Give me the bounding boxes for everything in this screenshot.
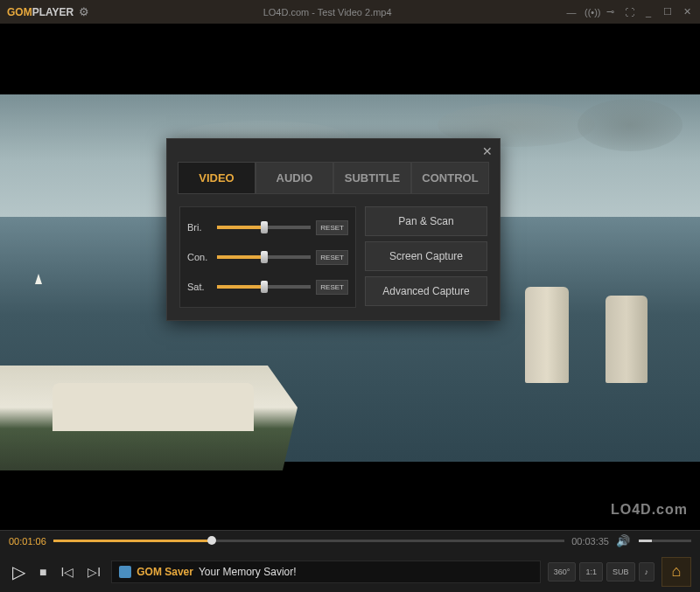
maximize-icon[interactable]: ☐ bbox=[662, 6, 674, 17]
contrast-label: Con. bbox=[187, 252, 212, 262]
seek-thumb[interactable] bbox=[207, 536, 216, 545]
signal-icon[interactable]: ((•)) bbox=[584, 7, 597, 17]
popup-body: Bri. RESET Con. RESET Sat. RESET Pan & S… bbox=[167, 194, 500, 320]
saturation-row: Sat. RESET bbox=[187, 274, 348, 300]
contrast-reset-button[interactable]: RESET bbox=[316, 250, 348, 265]
seek-fill bbox=[53, 540, 212, 542]
home-button[interactable]: ⌂ bbox=[662, 557, 691, 587]
video-settings-panel: ✕ VIDEO AUDIO SUBTITLE CONTROL Bri. RESE… bbox=[166, 138, 500, 321]
contrast-slider[interactable] bbox=[217, 255, 311, 259]
advanced-capture-button[interactable]: Advanced Capture bbox=[365, 276, 487, 306]
time-current: 00:01:06 bbox=[9, 536, 46, 547]
logo-gom: GOM bbox=[7, 6, 32, 18]
contrast-row: Con. RESET bbox=[187, 244, 348, 270]
ratio-button[interactable]: 1:1 bbox=[579, 562, 603, 582]
slider-group: Bri. RESET Con. RESET Sat. RESET bbox=[179, 206, 356, 308]
logo-player: PLAYER bbox=[32, 6, 74, 18]
minimize-icon[interactable]: _ bbox=[642, 7, 654, 17]
settings-icon[interactable]: ⚙ bbox=[79, 5, 89, 18]
seek-bar[interactable] bbox=[53, 540, 564, 542]
popup-close-icon[interactable]: ✕ bbox=[482, 144, 493, 158]
pin-icon[interactable]: ⊸ bbox=[604, 6, 616, 17]
time-total: 00:03:35 bbox=[571, 536, 609, 547]
window-title: LO4D.com - Test Video 2.mp4 bbox=[89, 7, 565, 17]
previous-button[interactable]: I◁ bbox=[57, 561, 77, 582]
brightness-label: Bri. bbox=[187, 222, 212, 233]
saturation-label: Sat. bbox=[187, 282, 212, 292]
stop-button[interactable]: ■ bbox=[36, 561, 50, 582]
popup-button-group: Pan & Scan Screen Capture Advanced Captu… bbox=[365, 206, 487, 308]
next-button[interactable]: ▷I bbox=[84, 561, 104, 582]
audio-button[interactable]: ♪ bbox=[639, 562, 655, 582]
brightness-slider[interactable] bbox=[217, 226, 311, 229]
saturation-slider[interactable] bbox=[217, 285, 311, 289]
right-button-group: 360° 1:1 SUB ♪ bbox=[548, 562, 654, 582]
title-bar: GOMPLAYER ⚙ LO4D.com - Test Video 2.mp4 … bbox=[0, 0, 700, 24]
brightness-row: Bri. RESET bbox=[187, 214, 348, 240]
tab-video[interactable]: VIDEO bbox=[178, 162, 256, 194]
saturation-reset-button[interactable]: RESET bbox=[316, 280, 348, 295]
ticker-message: Your Memory Savior! bbox=[199, 566, 297, 578]
dash-icon[interactable]: — bbox=[565, 7, 578, 17]
vr360-button[interactable]: 360° bbox=[548, 562, 577, 582]
pan-scan-button[interactable]: Pan & Scan bbox=[365, 206, 487, 236]
watermark: LO4D.com bbox=[611, 502, 688, 518]
volume-icon[interactable]: 🔊 bbox=[616, 534, 632, 547]
video-viewport[interactable]: ✕ VIDEO AUDIO SUBTITLE CONTROL Bri. RESE… bbox=[0, 24, 700, 530]
close-icon[interactable]: ✕ bbox=[681, 6, 693, 17]
tab-subtitle[interactable]: SUBTITLE bbox=[333, 162, 411, 194]
fullscreen-icon[interactable]: ⛶ bbox=[623, 7, 635, 17]
ticker-app-icon bbox=[119, 566, 131, 578]
info-ticker[interactable]: GOM Saver Your Memory Savior! bbox=[111, 561, 541, 583]
volume-slider[interactable] bbox=[639, 540, 691, 542]
subtitle-button[interactable]: SUB bbox=[606, 562, 635, 582]
timeline-bar: 00:01:06 00:03:35 🔊 bbox=[0, 530, 700, 551]
app-logo: GOMPLAYER bbox=[7, 6, 74, 18]
screen-capture-button[interactable]: Screen Capture bbox=[365, 241, 487, 271]
brightness-reset-button[interactable]: RESET bbox=[316, 220, 348, 235]
slider-thumb[interactable] bbox=[261, 221, 268, 233]
ticker-title: GOM Saver bbox=[136, 566, 193, 578]
home-icon: ⌂ bbox=[672, 562, 682, 581]
play-button[interactable]: ▷ bbox=[9, 558, 29, 586]
slider-thumb[interactable] bbox=[261, 281, 268, 293]
control-bar: ▷ ■ I◁ ▷I GOM Saver Your Memory Savior! … bbox=[0, 551, 700, 592]
tab-audio[interactable]: AUDIO bbox=[256, 162, 333, 194]
slider-thumb[interactable] bbox=[261, 251, 268, 263]
window-controls: — ((•)) ⊸ ⛶ _ ☐ ✕ bbox=[565, 6, 693, 17]
tab-control[interactable]: CONTROL bbox=[411, 162, 489, 194]
popup-tabs: VIDEO AUDIO SUBTITLE CONTROL bbox=[167, 139, 500, 194]
